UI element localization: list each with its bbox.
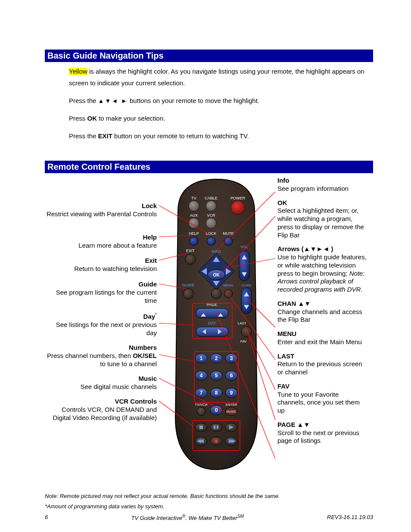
footer-pagenum: 6 [45, 514, 48, 521]
remote-features: Lock Restrict viewing with Parental Cont… [45, 177, 373, 487]
help-desc: Learn more about a feature [45, 242, 157, 250]
svg-rect-46 [196, 327, 228, 336]
svg-text:FAV: FAV [240, 339, 247, 343]
svg-rect-36 [241, 288, 252, 314]
day-sup: * [155, 312, 157, 317]
p1-rest: is always the highlight color. As you na… [69, 68, 364, 87]
svg-text:EXIT: EXIT [186, 249, 195, 253]
svg-text:AUX: AUX [190, 213, 198, 218]
svg-text:1: 1 [200, 355, 203, 361]
fav-desc: Tune to your Favorite channels, once you… [277, 391, 368, 415]
svg-text:3: 3 [230, 355, 233, 361]
guide-desc: See program listings for the current tim… [45, 289, 157, 305]
svg-text:6: 6 [230, 373, 233, 379]
arrows-syms: (▲▼►◄ ) [300, 245, 333, 252]
svg-text:0: 0 [215, 407, 218, 413]
svg-point-8 [189, 218, 199, 228]
footnotes: Note: Remote pictured may not reflect yo… [45, 491, 373, 511]
svg-point-19 [185, 254, 196, 264]
svg-text:MENU: MENU [223, 283, 234, 287]
last-label: LAST [277, 352, 368, 361]
svg-text:TV: TV [191, 196, 196, 200]
svg-text:2: 2 [215, 355, 218, 361]
section-header-basic: Basic Guide Navigation Tips [45, 50, 373, 62]
svg-point-3 [189, 201, 199, 211]
svg-rect-79 [199, 426, 203, 429]
vcr-label: VCR Controls [45, 398, 157, 406]
numbers-desc-post: to tune to a channel [100, 360, 157, 367]
help-label: Help [45, 233, 157, 242]
svg-text:GUIDE: GUIDE [182, 283, 195, 287]
vcr-desc: Controls VCR, ON DEMAND and Digital Vide… [45, 406, 157, 422]
svg-text:DAY: DAY [208, 321, 216, 325]
svg-point-9 [206, 218, 216, 228]
svg-text:VOL: VOL [240, 245, 248, 249]
svg-text:8: 8 [215, 390, 218, 396]
info-desc: See program information [277, 185, 368, 193]
svg-text:ENTER: ENTER [225, 403, 237, 407]
fav-label: FAV [277, 383, 368, 391]
svg-point-34 [211, 289, 221, 299]
svg-text:MUSIC: MUSIC [227, 410, 237, 413]
footnote-1: Note: Remote pictured may not reflect yo… [45, 491, 373, 501]
page-desc: Scroll to the next or previous page of l… [277, 429, 368, 445]
ok-label: OK [277, 199, 368, 207]
p2-post: buttons on your remote to move the highl… [128, 97, 259, 104]
svg-text:9: 9 [230, 390, 233, 396]
music-desc: See digital music channels [45, 383, 157, 391]
svg-text:VCR: VCR [207, 213, 215, 218]
svg-rect-82 [217, 426, 218, 429]
svg-point-49 [241, 327, 252, 337]
p2-pre: Press the [69, 97, 98, 104]
svg-text:POWER: POWER [230, 196, 246, 200]
highlight-yellow: Yellow [69, 68, 87, 75]
svg-point-35 [224, 289, 233, 298]
chan-desc: Change channels and access the Flip Bar [277, 308, 368, 324]
svg-point-4 [206, 201, 216, 211]
day-desc: See listings for the next or previous da… [45, 321, 157, 337]
footer-center: TV Guide Interactive®. We Make TV Better… [131, 514, 243, 521]
section-header-remote: Remote Control Features [45, 161, 373, 173]
svg-text:HELP: HELP [189, 231, 199, 236]
svg-text:4: 4 [200, 373, 203, 379]
page-footer: 6 TV Guide Interactive®. We Make TV Bett… [45, 514, 373, 521]
right-callouts: Info See program information OK Select a… [277, 177, 368, 451]
last-desc: Return to the previous screen or channel [277, 360, 368, 376]
p4-bold: EXIT [98, 132, 112, 140]
svg-text:CABLE: CABLE [205, 196, 218, 200]
svg-point-14 [207, 237, 215, 246]
svg-text:7: 7 [200, 390, 203, 396]
p3-pre: Press [69, 115, 87, 122]
svg-text:MUTE: MUTE [223, 231, 234, 236]
arrows-label: Arrows [277, 245, 300, 252]
arrow-glyphs: ▲▼◄ ► [98, 97, 128, 104]
lock-desc: Restrict viewing with Parental Controls [45, 210, 157, 218]
exit-desc: Return to watching television [45, 265, 157, 273]
p4-pre: Press the [69, 132, 98, 140]
menu-label: MENU [277, 330, 368, 338]
music-label: Music [45, 375, 157, 383]
numbers-desc-pre: Press channel numbers, then [47, 352, 133, 359]
footnote-2: *Amount of programming data varies by sy… [45, 501, 373, 511]
lock-label: Lock [45, 202, 157, 210]
svg-text:5: 5 [215, 373, 218, 379]
ok-desc: Select a highlighted item; or, while wat… [277, 207, 368, 239]
svg-point-13 [190, 237, 198, 246]
svg-point-75 [197, 407, 206, 416]
guide-label: Guide [45, 280, 157, 289]
menu-desc: Enter and exit the Main Menu [277, 338, 368, 346]
svg-point-15 [224, 237, 233, 246]
numbers-label: Numbers [45, 344, 157, 352]
basic-nav-body: Yellow is always the highlight color. As… [69, 65, 369, 142]
exit-label: Exit [45, 257, 157, 265]
p3-post: to make your selection. [97, 115, 165, 122]
svg-point-89 [215, 439, 218, 443]
svg-text:TV/VCR: TV/VCR [195, 403, 208, 407]
svg-text:LAST: LAST [238, 321, 246, 325]
svg-text:CHAN: CHAN [242, 283, 252, 287]
svg-point-80 [210, 423, 222, 432]
chan-label: CHAN ▲▼ [277, 300, 368, 308]
remote-svg: TV CABLE POWER AUX VCR HELP LOCK MUTE EX… [162, 177, 270, 474]
info-label: Info [277, 177, 368, 185]
p3-bold: OK [87, 115, 97, 122]
